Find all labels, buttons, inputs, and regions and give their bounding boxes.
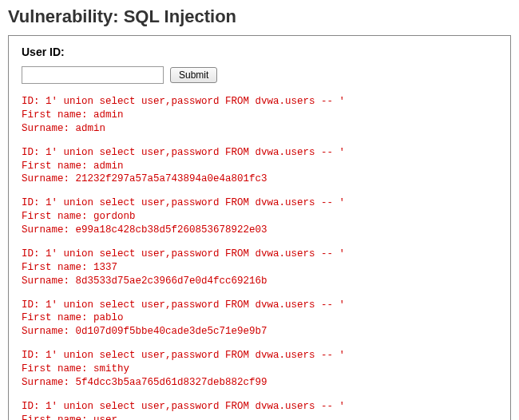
user-id-label: User ID: [22,46,497,58]
result-entry: ID: 1' union select user,password FROM d… [22,400,497,420]
results-block: ID: 1' union select user,password FROM d… [22,95,497,420]
page-title: Vulnerability: SQL Injection [8,6,511,27]
result-entry: ID: 1' union select user,password FROM d… [22,146,497,187]
result-entry: ID: 1' union select user,password FROM d… [22,299,497,339]
form-row: Submit [22,66,497,84]
result-entry: ID: 1' union select user,password FROM d… [22,248,497,288]
result-entry: ID: 1' union select user,password FROM d… [22,95,497,136]
user-id-input[interactable] [22,66,164,84]
result-entry: ID: 1' union select user,password FROM d… [22,349,497,390]
form-panel: User ID: Submit ID: 1' union select user… [8,35,511,420]
submit-button[interactable]: Submit [170,67,217,83]
result-entry: ID: 1' union select user,password FROM d… [22,196,497,237]
